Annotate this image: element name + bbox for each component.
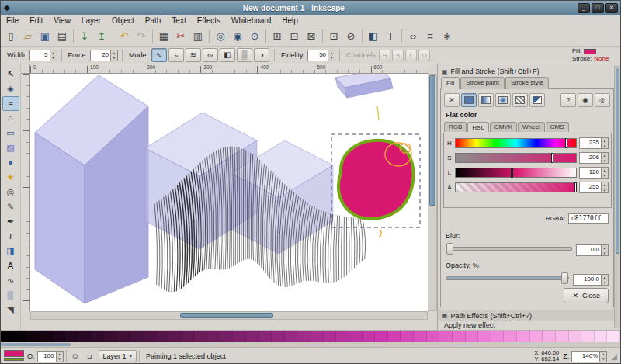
copy-button[interactable]: ▦ (155, 28, 172, 45)
palette-swatch[interactable] (453, 331, 466, 342)
blur-spinner[interactable]: 0.0▴▾ (576, 244, 609, 256)
fidelity-spinner[interactable]: 50▴▾ (307, 50, 335, 61)
palette-swatch[interactable] (336, 331, 349, 342)
mode-shrink-button[interactable]: ≈ (168, 48, 184, 62)
redo-button[interactable]: ↷ (133, 28, 150, 45)
channel-h-button[interactable]: H (379, 50, 390, 61)
export-button[interactable]: ↥ (93, 28, 110, 45)
drawing[interactable] (30, 74, 428, 311)
color-tab-rgb[interactable]: RGB (444, 122, 467, 132)
menu-file[interactable]: File (1, 16, 24, 26)
spinner-arrows-icon[interactable]: ▴▾ (601, 182, 608, 192)
palette-swatch[interactable] (466, 331, 479, 342)
palette-swatch[interactable] (517, 331, 530, 342)
color-tab-cms[interactable]: CMS (546, 122, 569, 132)
horizontal-scrollbar[interactable] (30, 311, 428, 320)
unlink-clone-button[interactable]: ⊠ (303, 28, 320, 45)
flat-color-button[interactable] (461, 93, 477, 107)
fill-color-swatch[interactable] (584, 49, 596, 54)
group-button[interactable]: ⊡ (325, 28, 342, 45)
opacity-spinner[interactable]: 100.0▴▾ (573, 274, 609, 286)
paste-button[interactable]: ▥ (189, 28, 206, 45)
selected-stroke-swatch[interactable] (4, 358, 24, 361)
unknown-paint-button[interactable]: ? (560, 93, 576, 107)
l-slider[interactable] (455, 168, 577, 178)
dock-scrollbar[interactable] (614, 66, 621, 328)
spinner-down-icon[interactable]: ▾ (600, 356, 606, 362)
palette-swatch[interactable] (14, 331, 27, 342)
palette-swatch[interactable] (581, 331, 595, 342)
clone-button[interactable]: ⊟ (286, 28, 303, 45)
palette-swatch[interactable] (388, 331, 401, 342)
rectangle-tool-button[interactable]: ▭ (2, 126, 19, 140)
horizontal-scrollbar-thumb[interactable] (180, 313, 273, 318)
star-tool-button[interactable]: ★ (2, 170, 19, 185)
opacity-slider[interactable] (446, 276, 569, 280)
palette-swatch[interactable] (53, 331, 66, 342)
menu-whiteboard[interactable]: Whiteboard (226, 16, 276, 26)
palette-swatch[interactable] (91, 331, 104, 342)
pencil-tool-button[interactable]: ✎ (2, 199, 19, 214)
spinner-arrows-icon[interactable]: ▴▾ (601, 138, 608, 148)
calligraphy-tool-button[interactable]: ≀ (2, 229, 19, 244)
palette-swatch[interactable] (297, 331, 310, 342)
gradient-tool-button[interactable]: ▒ (2, 288, 19, 303)
palette-swatch[interactable] (194, 331, 207, 342)
palette-swatch[interactable] (504, 331, 517, 342)
width-spinner[interactable]: 5▴▾ (29, 50, 57, 61)
channel-o-button[interactable]: O (418, 50, 430, 61)
minimize-button[interactable]: _ (578, 3, 590, 13)
palette-swatch[interactable] (491, 331, 505, 342)
zoom-drawing-button[interactable]: ◉ (229, 28, 246, 45)
force-spinner[interactable]: 20▴▾ (90, 50, 118, 61)
palette-swatch[interactable] (104, 331, 117, 342)
duplicate-button[interactable]: ⊞ (269, 28, 286, 45)
pen-tool-button[interactable]: ✒ (2, 214, 19, 229)
rgba-input[interactable]: d81770ff (568, 213, 609, 224)
spinner-arrows-icon[interactable]: ▴▾ (601, 275, 608, 285)
a-slider-marker[interactable] (574, 182, 577, 192)
palette-swatch[interactable] (569, 331, 582, 342)
maximize-button[interactable]: □ (592, 3, 604, 13)
menu-text[interactable]: Text (166, 16, 191, 26)
path-effects-dialog-title[interactable]: ▣ Path Effects (Shift+Ctrl+7) (438, 310, 615, 321)
stroke-none-value[interactable]: None (594, 55, 609, 63)
preferences-button[interactable]: ∗ (439, 28, 456, 45)
zoom-page-button[interactable]: ⊙ (246, 28, 263, 45)
tab-stroke-paint[interactable]: Stroke paint (460, 77, 505, 89)
menu-layer[interactable]: Layer (76, 16, 106, 26)
mode-attract-button[interactable]: ≋ (186, 48, 201, 62)
paint-bucket-tool-button[interactable]: ◨ (2, 244, 19, 258)
spinner-down-icon[interactable]: ▾ (602, 144, 608, 149)
s-spinner[interactable]: 206▴▾ (579, 152, 609, 164)
palette-swatch[interactable] (324, 331, 337, 342)
ellipse-tool-button[interactable]: ● (2, 155, 19, 170)
color-tab-wheel[interactable]: Wheel (518, 122, 545, 132)
palette-swatch[interactable] (530, 331, 543, 342)
palette-swatch[interactable] (246, 331, 259, 342)
palette-swatch[interactable] (78, 331, 92, 342)
horizontal-ruler[interactable]: 0100200300400500600 (30, 64, 428, 74)
spinner-arrows-icon[interactable]: ▴▾ (601, 245, 608, 255)
blur-slider-handle[interactable] (446, 243, 453, 255)
mode-push-button[interactable]: ∿ (151, 48, 167, 62)
align-dialog-button[interactable]: ≡ (422, 28, 439, 45)
palette-swatch[interactable] (182, 331, 195, 342)
linear-gradient-button[interactable] (478, 93, 494, 107)
s-slider-marker[interactable] (551, 153, 553, 163)
palette-swatch[interactable] (26, 331, 40, 342)
palette-swatch[interactable] (375, 331, 388, 342)
fill-rule-evenodd-button[interactable]: ◎ (595, 93, 610, 107)
zoom-tool-button[interactable]: ○ (2, 111, 19, 126)
tab-stroke-style[interactable]: Stroke style (505, 77, 549, 89)
spinner-down-icon[interactable]: ▾ (602, 188, 608, 193)
vertical-scrollbar-thumb[interactable] (429, 75, 435, 206)
undo-button[interactable]: ↶ (116, 28, 133, 45)
palette-swatch[interactable] (543, 331, 556, 342)
menu-view[interactable]: View (48, 16, 76, 26)
spinner-down-icon[interactable]: ▾ (111, 55, 117, 61)
canvas-viewport[interactable] (30, 74, 428, 311)
connector-tool-button[interactable]: ∿ (2, 273, 19, 288)
spinner-down-icon[interactable]: ▾ (602, 173, 608, 179)
palette-swatch[interactable] (143, 331, 156, 342)
